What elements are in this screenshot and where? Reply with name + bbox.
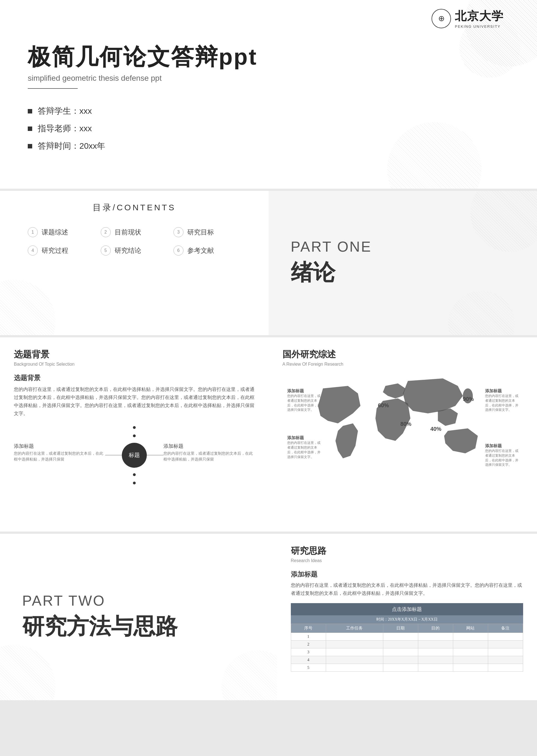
cell-3-4 (453, 648, 488, 656)
contents-item-5: 5 研究结论 (101, 246, 168, 256)
cell-1-3 (418, 633, 453, 640)
cell-4-4 (453, 656, 488, 664)
num-5: 5 (101, 246, 111, 256)
label-6: 参考文献 (187, 246, 214, 255)
num-3: 3 (174, 227, 184, 237)
cell-4-2 (383, 656, 418, 664)
cell-3-0: 3 (291, 648, 326, 656)
col-header-4: 网站 (453, 624, 488, 633)
contents-panel: 目录/CONTENTS 1 课题综述 2 目前现状 3 研究目标 4 研究过程 (0, 191, 268, 335)
contents-item-4: 4 研究过程 (28, 246, 95, 256)
world-map-container: 60% 90% 80% 40% 添加标题 您的内容打在这里，或者通过复制您的文本… (282, 374, 523, 473)
label-1: 课题综述 (42, 228, 68, 237)
map-label-br: 添加标题 您的内容打在这里，或者通过复制您的文本后，在此框中选择，并选择只保留文… (485, 443, 518, 467)
table-row: 5 (291, 664, 523, 671)
bullet-square (28, 127, 32, 131)
col-header-2: 日期 (383, 624, 418, 633)
contents-slide: 目录/CONTENTS 1 课题综述 2 目前现状 3 研究目标 4 研究过程 (0, 191, 268, 335)
topic-title-en: Background Of Topic Selection (14, 362, 255, 367)
deco-bl (0, 280, 56, 335)
topic-subsection: 选题背景 (14, 374, 255, 382)
hub-right-title: 添加标题 (163, 443, 255, 450)
hub-dot-2 (133, 434, 136, 437)
svg-text:80%: 80% (400, 421, 411, 427)
research-body: 您的内容打在这里，或者通过复制您的文本后，在此框中选择粘贴，并选择只保留文字。您… (291, 581, 523, 598)
cell-4-3 (418, 656, 453, 664)
col-header-5: 备注 (488, 624, 523, 633)
contents-title: 目录/CONTENTS (17, 202, 252, 213)
cell-4-1 (326, 656, 383, 664)
cell-4-0: 4 (291, 656, 326, 664)
hub-dot-1 (133, 426, 136, 429)
part-one-panel: PART ONE 绪论 (268, 191, 537, 335)
cell-2-4 (453, 640, 488, 648)
contents-item-1: 1 课题综述 (28, 227, 95, 237)
svg-text:40%: 40% (430, 426, 441, 432)
cell-3-2 (383, 648, 418, 656)
cell-1-2 (383, 633, 418, 640)
col-header-3: 目的 (418, 624, 453, 633)
hub-dot-4 (133, 482, 136, 484)
foreign-research-slide: 国外研究综述 A Review Of Foreign Research (268, 338, 537, 532)
hub-right-text: 您的内容打在这里，或者通过复制您的文本后，在此框中选择粘贴，并选择只保留 (163, 451, 255, 462)
student-label: 答辩学生：xxx (38, 105, 92, 117)
cell-3-1 (326, 648, 383, 656)
label-3: 研究目标 (187, 228, 214, 237)
num-2: 2 (101, 227, 111, 237)
research-title-en: Research Ideas (291, 558, 523, 563)
cell-3-3 (418, 648, 453, 656)
cell-5-0: 5 (291, 664, 326, 671)
hub-center-text: 标题 (129, 451, 140, 459)
cell-5-3 (418, 664, 453, 671)
topic-body: 您的内容打在这里，或者通过复制您的文本后，在此框中选择粘贴，并选择只保留文字。您… (14, 386, 255, 418)
cell-2-2 (383, 640, 418, 648)
hub-dot-3 (133, 473, 136, 476)
svg-text:90%: 90% (463, 396, 474, 402)
contents-item-2: 2 目前现状 (101, 227, 168, 237)
cell-1-4 (453, 633, 488, 640)
hub-diagram: 添加标题 您的内容打在这里，或者通过复制您的文本后，在此框中选择粘贴，并选择只保… (14, 426, 255, 484)
cell-3-5 (488, 648, 523, 656)
hub-center-circle: 标题 (122, 443, 147, 468)
svg-text:60%: 60% (378, 402, 389, 408)
cell-1-5 (488, 633, 523, 640)
cell-2-5 (488, 640, 523, 648)
label-4: 研究过程 (42, 246, 68, 255)
map-label-tr: 添加标题 您的内容打在这里，或者通过复制您的文本后，在此框中选择，并选择只保留文… (485, 388, 518, 412)
research-table-wrapper: 点击添加标题 时间：20XX年X月XX日－X月XX日 序号 工作任务 日期 目的… (291, 603, 523, 672)
deco-part-2 (448, 291, 515, 335)
table-row: 3 (291, 648, 523, 656)
table-main-title: 点击添加标题 (291, 603, 523, 615)
col-header-0: 序号 (291, 624, 326, 633)
contents-item-3: 3 研究目标 (174, 227, 241, 237)
num-1: 1 (28, 227, 38, 237)
cell-2-0: 2 (291, 640, 326, 648)
table-row: 1 (291, 633, 523, 640)
deco-pt2-br (222, 650, 277, 700)
university-name-cn: 北京大学 (455, 8, 504, 24)
topic-background-slide: 选题背景 Background Of Topic Selection 选题背景 … (0, 338, 268, 532)
table-row: 4 (291, 656, 523, 664)
hub-left: 添加标题 您的内容打在这里，或者通过复制您的文本后，在此框中选择粘贴，并选择只保… (14, 443, 105, 468)
university-logo: ⊕ 北京大学 PEKING UNIVERSITY (432, 8, 504, 28)
cell-2-3 (418, 640, 453, 648)
table-row: 2 (291, 640, 523, 648)
label-5: 研究结论 (115, 246, 141, 255)
cell-5-4 (453, 664, 488, 671)
contents-grid: 1 课题综述 2 目前现状 3 研究目标 4 研究过程 5 研究结论 (17, 227, 252, 256)
hub-left-item: 添加标题 您的内容打在这里，或者通过复制您的文本后，在此框中选择粘贴，并选择只保… (14, 443, 105, 462)
part-one-cn: 绪论 (291, 258, 515, 288)
cell-5-1 (326, 664, 383, 671)
table-subtitle: 时间：20XX年X月XX日－X月XX日 (291, 615, 523, 624)
slide-row-2: 目录/CONTENTS 1 课题综述 2 目前现状 3 研究目标 4 研究过程 (0, 191, 537, 335)
foreign-title-cn: 国外研究综述 (282, 348, 523, 361)
research-ideas-slide: 研究思路 Research Ideas 添加标题 您的内容打在这里，或者通过复制… (277, 534, 537, 700)
university-name-en: PEKING UNIVERSITY (455, 24, 504, 28)
cell-5-2 (383, 664, 418, 671)
slide-row-4: PART TWO 研究方法与思路 研究思路 Research Ideas 添加标… (0, 534, 537, 700)
num-6: 6 (174, 246, 184, 256)
research-title-cn: 研究思路 (291, 545, 523, 557)
slide-1: ⊕ 北京大学 PEKING UNIVERSITY 极简几何论文答辩ppt sim… (0, 0, 537, 189)
hub-right-item: 添加标题 您的内容打在这里，或者通过复制您的文本后，在此框中选择粘贴，并选择只保… (163, 443, 255, 462)
label-2: 目前现状 (115, 228, 141, 237)
